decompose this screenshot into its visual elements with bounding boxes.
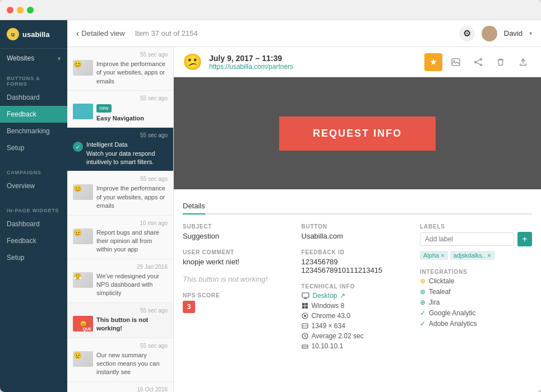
integration-tealeaf[interactable]: ⊕ Tealeaf xyxy=(420,288,532,296)
main-content: 55 sec ago 😊 Improve the performance of … xyxy=(67,47,541,392)
image-button[interactable] xyxy=(447,53,465,71)
export-button[interactable] xyxy=(514,53,532,71)
star-button[interactable]: ★ xyxy=(424,53,442,71)
comment-placeholder: This button is not working! xyxy=(183,275,293,283)
feedback-id-label: FEEDBACK ID xyxy=(302,249,411,255)
sidebar-item-feedback[interactable]: Feedback xyxy=(0,106,67,123)
sidebar-item-benchmarking[interactable]: Benchmarking xyxy=(0,123,67,139)
close-button[interactable] xyxy=(7,7,13,13)
list-item[interactable]: 55 sec ago ✓ Intelligent DataWatch your … xyxy=(67,128,173,171)
sidebar-item-label: Feedback xyxy=(7,110,36,118)
detail-actions: ★ xyxy=(424,53,532,71)
avg-time-value: Average 2.02 sec xyxy=(312,332,364,340)
button-value: Usabilla.com xyxy=(302,232,411,240)
feed-item-body: 😐 Report bugs and share their opinion al… xyxy=(73,228,168,254)
feed-item-thumb: 😐 xyxy=(73,228,93,244)
feed-item-body: 😤 We've redesigned your NPS dashboard wi… xyxy=(73,272,168,298)
minimize-button[interactable] xyxy=(17,7,24,13)
share-button[interactable] xyxy=(469,53,487,71)
user-comment-field: USER COMMENT knopje werkt niet! xyxy=(183,249,293,266)
sidebar-item-setup[interactable]: Setup xyxy=(0,139,67,156)
integration-adobe-analytics[interactable]: ✓ Adobe Analytics xyxy=(420,320,532,328)
feed-item-body: 😊 Improve the performance of your websit… xyxy=(73,184,168,210)
sidebar-item-label: Dashboard xyxy=(7,94,40,101)
feed-item-body: 😠 QUE This button is not working! xyxy=(73,316,168,333)
integration-google-analytic[interactable]: ✓ Google Analytic xyxy=(420,309,532,317)
user-dropdown-icon[interactable]: ▾ xyxy=(529,30,532,36)
integration-jira[interactable]: ⊕ Jira xyxy=(420,298,532,306)
delete-button[interactable] xyxy=(492,53,510,71)
item-count: Item 37 out of 2154 xyxy=(135,29,198,38)
list-item[interactable]: 55 sec ago 😠 QUE This button is not work… xyxy=(67,303,173,338)
tech-windows-item: Windows 8 xyxy=(302,302,411,310)
ip-value: 10.10.10.1 xyxy=(312,342,344,350)
list-item[interactable]: 55 sec ago 😟 Our new summary section mea… xyxy=(67,338,173,382)
websites-dropdown[interactable]: Websites ▾ xyxy=(0,49,67,68)
detail-date: July 9, 2017 – 11:39 xyxy=(209,54,418,63)
feed-item-time: 16 Oct 2016 xyxy=(73,386,168,392)
integration-clicktale[interactable]: ⊕ Clicktale xyxy=(420,277,532,285)
mood-icon: 😤 xyxy=(73,273,82,281)
list-item[interactable]: 16 Oct 2016 😊 Improve the performance of… xyxy=(67,382,173,392)
mood-icon: 😊 xyxy=(73,60,82,68)
mood-icon: 😟 xyxy=(73,352,82,360)
list-item[interactable]: 55 sec ago 😊 Improve the performance of … xyxy=(67,47,173,91)
maximize-button[interactable] xyxy=(27,7,34,13)
detail-header-info: July 9, 2017 – 11:39 https://usabilla.co… xyxy=(209,54,418,71)
sidebar-item-label: Dashboard xyxy=(7,220,40,228)
clicktale-icon: ⊕ xyxy=(420,277,426,285)
add-label-button[interactable]: + xyxy=(517,232,532,246)
svg-rect-13 xyxy=(305,306,308,309)
detail-panel: 😕 July 9, 2017 – 11:39 https://usabilla.… xyxy=(174,47,541,392)
feed-item-text: new Easy Navigation xyxy=(96,104,144,123)
resolution-value: 1349 × 634 xyxy=(312,322,345,330)
topnav-right: ⚙ David ▾ xyxy=(459,26,532,41)
list-item[interactable]: 55 sec ago new Easy Navigation xyxy=(67,91,173,128)
feedback-id-value: 123456789 12345678910111213415 xyxy=(302,258,411,274)
tech-chrome-item: Chrome 43.0 xyxy=(302,312,411,320)
adobe-analytics-label: Adobe Analytics xyxy=(429,320,477,328)
sidebar-item-inpage-setup[interactable]: Setup xyxy=(0,249,67,266)
list-item[interactable]: 55 sec ago 😊 Improve the performance of … xyxy=(67,171,173,215)
settings-icon[interactable]: ⚙ xyxy=(459,26,475,41)
feed-item-time: 55 sec ago xyxy=(73,343,168,349)
sidebar-item-overview[interactable]: Overview xyxy=(0,178,67,194)
detail-col-2: BUTTON Usabilla.com FEEDBACK ID 12345678… xyxy=(302,223,411,359)
back-arrow-icon: ‹ xyxy=(76,29,79,39)
button-label: BUTTON xyxy=(302,223,411,230)
details-section: Details SUBJECT Suggestion USER COMMEN xyxy=(174,189,541,392)
desktop-link[interactable]: Desktop ↗ xyxy=(313,292,345,300)
windows-value: Windows 8 xyxy=(312,302,345,310)
username: David xyxy=(504,29,522,38)
google-analytic-icon: ✓ xyxy=(420,309,426,317)
feed-item-time: 55 sec ago xyxy=(73,132,168,138)
svg-point-2 xyxy=(480,58,482,60)
feed-item-body: new Easy Navigation xyxy=(73,104,168,123)
tab-details[interactable]: Details xyxy=(183,198,205,214)
tealeaf-label: Tealeaf xyxy=(429,288,451,296)
websites-label: Websites xyxy=(7,54,34,62)
campaigns-section: CAMPAIGNS Overview xyxy=(0,162,67,200)
label-input[interactable] xyxy=(420,232,514,246)
mood-icon: 😐 xyxy=(73,229,82,237)
sidebar-item-inpage-feedback[interactable]: Feedback xyxy=(0,232,67,249)
new-badge: new xyxy=(96,104,112,113)
sidebar: u usabilla Websites ▾ BUTTONS & FORMS Da… xyxy=(0,20,67,392)
sidebar-item-dashboard[interactable]: Dashboard xyxy=(0,89,67,106)
tech-ip-item: 10.10.10.1 xyxy=(302,342,411,350)
request-info-button[interactable]: REQUEST INFO xyxy=(279,116,436,151)
detail-url[interactable]: https://usabilla.com/partners xyxy=(209,63,418,71)
svg-point-4 xyxy=(480,64,482,66)
clicktale-label: Clicktale xyxy=(429,277,454,285)
jira-icon: ⊕ xyxy=(420,298,426,306)
feed-item-time: 55 sec ago xyxy=(73,95,168,101)
mood-icon: 😊 xyxy=(73,185,82,193)
feed-item-time: 10 min ago xyxy=(73,220,168,226)
sidebar-item-inpage-dashboard[interactable]: Dashboard xyxy=(0,216,67,232)
back-button[interactable]: ‹ Detailed view xyxy=(76,29,125,39)
feed-item-time: 55 sec ago xyxy=(73,307,168,314)
feed-item-text: This button is not working! xyxy=(96,316,168,333)
inpage-widgets-section: IN-PAGE WIDGETS Dashboard Feedback Setup xyxy=(0,200,67,272)
list-item[interactable]: 29 Jan 2016 😤 We've redesigned your NPS … xyxy=(67,259,173,303)
list-item[interactable]: 10 min ago 😐 Report bugs and share their… xyxy=(67,216,173,259)
